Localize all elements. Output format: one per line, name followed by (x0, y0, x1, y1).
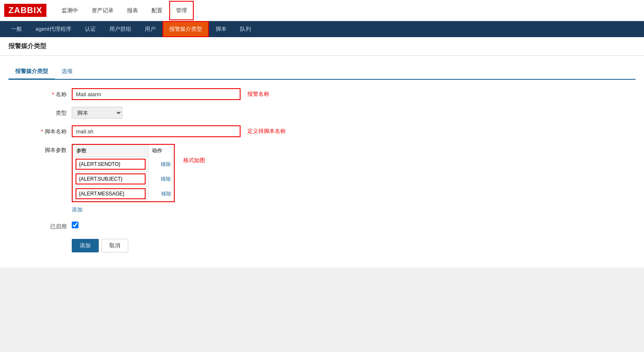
name-control: 报警名称 (72, 88, 401, 100)
scriptname-input[interactable] (72, 125, 241, 137)
param-input-3[interactable] (76, 188, 146, 199)
nav-item-admin[interactable]: 管理 (169, 1, 194, 20)
param-cell-1 (73, 157, 149, 172)
subnav-users[interactable]: 用户 (138, 21, 162, 37)
scriptparams-control: 参数 动作 (72, 144, 401, 214)
enabled-row: 已启用 (21, 220, 401, 230)
form-container: 名称 报警名称 类型 脚本 Email SMS 脚本名称 (21, 88, 401, 252)
top-bar: ZABBIX 监测中 资产记录 报表 配置 管理 (0, 0, 644, 21)
name-row: 名称 报警名称 (21, 88, 401, 100)
table-row: 移除 (73, 187, 174, 201)
add-button[interactable]: 添加 (72, 239, 99, 252)
params-table: 参数 动作 (73, 145, 174, 201)
subnav-usergroups[interactable]: 用户群组 (103, 21, 138, 37)
subnav-scripts[interactable]: 脚本 (209, 21, 233, 37)
params-wrapper: 参数 动作 (72, 144, 175, 202)
scriptname-label: 脚本名称 (21, 125, 72, 135)
scriptname-row: 脚本名称 定义得脚本名称 (21, 125, 401, 137)
subnav-general[interactable]: 一般 (4, 21, 29, 37)
nav-item-config[interactable]: 配置 (145, 1, 169, 20)
top-nav: 监测中 资产记录 报表 配置 管理 (55, 1, 194, 20)
subnav-auth[interactable]: 认证 (78, 21, 103, 37)
remove-button-3[interactable]: 移除 (161, 191, 171, 197)
remove-cell-3: 移除 (149, 187, 174, 201)
content-area: 报警媒介类型 选项 名称 报警名称 类型 脚本 Email SMS (0, 56, 644, 268)
table-row: 移除 (73, 172, 174, 187)
type-row: 类型 脚本 Email SMS (21, 107, 401, 119)
params-col-header: 参数 (73, 145, 149, 157)
param-cell-3 (73, 187, 149, 201)
subnav-queue[interactable]: 队列 (233, 21, 258, 37)
type-control: 脚本 Email SMS (72, 107, 401, 119)
tab-mediatype[interactable]: 报警媒介类型 (8, 64, 55, 80)
enabled-label: 已启用 (21, 220, 72, 230)
table-row: 移除 (73, 157, 174, 172)
enabled-control (72, 222, 401, 230)
nav-item-monitor[interactable]: 监测中 (55, 1, 85, 20)
name-input[interactable] (72, 88, 241, 100)
action-col-header: 动作 (149, 145, 174, 157)
type-label: 类型 (21, 107, 72, 117)
param-input-1[interactable] (76, 159, 146, 170)
remove-button-2[interactable]: 移除 (161, 176, 171, 182)
enabled-checkbox[interactable] (72, 222, 78, 228)
sub-nav: 一般 agent代理程序 认证 用户群组 用户 报警媒介类型 脚本 队列 (0, 21, 644, 37)
scriptparams-label: 脚本参数 (21, 144, 72, 154)
param-input-2[interactable] (76, 173, 146, 184)
logo: ZABBIX (4, 4, 46, 17)
nav-item-reports[interactable]: 报表 (120, 1, 145, 20)
format-annotation: 格式如图 (183, 144, 205, 164)
action-buttons-row: 添加 取消 (72, 239, 401, 252)
remove-button-1[interactable]: 移除 (161, 161, 171, 167)
type-select[interactable]: 脚本 Email SMS (72, 107, 122, 119)
name-annotation: 报警名称 (247, 90, 269, 98)
remove-cell-2: 移除 (149, 172, 174, 187)
nav-item-assets[interactable]: 资产记录 (85, 1, 120, 20)
name-label: 名称 (21, 88, 72, 98)
add-param-link[interactable]: 添加 (72, 206, 83, 214)
scriptname-annotation: 定义得脚本名称 (247, 127, 286, 135)
cancel-button[interactable]: 取消 (101, 239, 128, 252)
form-tabs: 报警媒介类型 选项 (8, 64, 636, 80)
remove-cell-1: 移除 (149, 157, 174, 172)
page-title: 报警媒介类型 (0, 37, 644, 56)
scriptname-control: 定义得脚本名称 (72, 125, 401, 137)
scriptparams-row: 脚本参数 参数 动作 (21, 144, 401, 214)
subnav-mediatypes[interactable]: 报警媒介类型 (162, 21, 209, 37)
subnav-agent[interactable]: agent代理程序 (29, 21, 78, 37)
tab-options[interactable]: 选项 (55, 64, 79, 79)
param-cell-2 (73, 172, 149, 187)
